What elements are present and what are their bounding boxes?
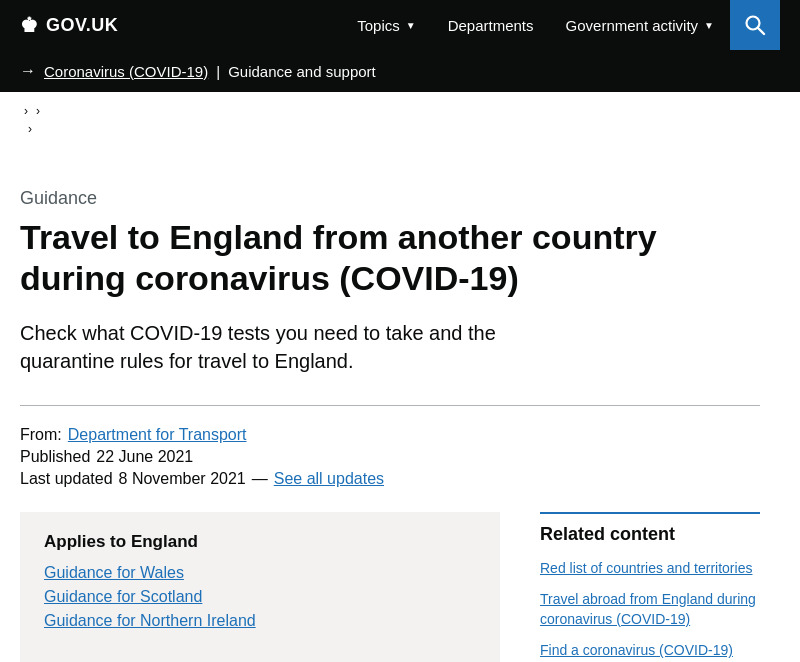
divider [20, 405, 760, 406]
guidance-northern-ireland-link[interactable]: Guidance for Northern Ireland [44, 612, 476, 630]
gov-logo[interactable]: ♚ GOV.UK [20, 13, 118, 37]
context-guidance-text: Guidance and support [228, 63, 376, 80]
main-nav: ♚ GOV.UK Topics ▼ Departments Government… [0, 0, 800, 50]
context-arrow-icon: → [20, 62, 36, 80]
department-link[interactable]: Department for Transport [68, 426, 247, 444]
context-bar: → Coronavirus (COVID-19) | Guidance and … [0, 50, 800, 92]
government-activity-nav-item[interactable]: Government activity ▼ [550, 0, 730, 50]
from-row: From: Department for Transport [20, 426, 760, 444]
breadcrumb-row2: › [0, 122, 800, 148]
guidance-wales-link[interactable]: Guidance for Wales [44, 564, 476, 582]
published-date: 22 June 2021 [96, 448, 193, 466]
breadcrumb-chevron-icon: › [24, 104, 28, 118]
main-content: Guidance Travel to England from another … [0, 148, 780, 662]
svg-line-1 [758, 28, 764, 34]
breadcrumb-chevron-icon: › [28, 122, 32, 136]
updated-row: Last updated 8 November 2021 — See all u… [20, 470, 760, 488]
applies-box: Applies to England Guidance for Wales Gu… [20, 512, 500, 662]
search-icon [744, 14, 766, 36]
chevron-down-icon: ▼ [406, 20, 416, 31]
published-row: Published 22 June 2021 [20, 448, 760, 466]
related-content-title: Related content [540, 524, 760, 545]
related-link-travel-abroad[interactable]: Travel abroad from England during corona… [540, 590, 760, 629]
from-label: From: [20, 426, 62, 444]
context-covid-link[interactable]: Coronavirus (COVID-19) [44, 63, 208, 80]
published-label: Published [20, 448, 90, 466]
page-title: Travel to England from another country d… [20, 217, 760, 299]
related-link-test-provider[interactable]: Find a coronavirus (COVID-19) travel tes… [540, 641, 760, 662]
logo-text: GOV.UK [46, 15, 118, 36]
chevron-down-icon: ▼ [704, 20, 714, 31]
applies-title: Applies to England [44, 532, 476, 552]
updates-separator: — [252, 470, 268, 488]
site-header: ♚ GOV.UK Topics ▼ Departments Government… [0, 0, 800, 50]
guidance-label: Guidance [20, 188, 760, 209]
see-all-updates-link[interactable]: See all updates [274, 470, 384, 488]
updated-label: Last updated [20, 470, 113, 488]
updated-date: 8 November 2021 [119, 470, 246, 488]
breadcrumb: › › [0, 92, 800, 122]
departments-nav-item[interactable]: Departments [432, 0, 550, 50]
two-col-section: Applies to England Guidance for Wales Gu… [20, 512, 760, 662]
related-link-red-list[interactable]: Red list of countries and territories [540, 559, 760, 579]
crown-icon: ♚ [20, 13, 38, 37]
nav-links: Topics ▼ Departments Government activity… [341, 0, 780, 50]
metadata-section: From: Department for Transport Published… [20, 426, 760, 488]
breadcrumb-chevron-icon: › [36, 104, 40, 118]
page-description: Check what COVID-19 tests you need to ta… [20, 319, 560, 375]
topics-nav-item[interactable]: Topics ▼ [341, 0, 431, 50]
guidance-scotland-link[interactable]: Guidance for Scotland [44, 588, 476, 606]
context-separator: | [216, 63, 220, 80]
search-button[interactable] [730, 0, 780, 50]
related-content-box: Related content Red list of countries an… [540, 512, 760, 662]
